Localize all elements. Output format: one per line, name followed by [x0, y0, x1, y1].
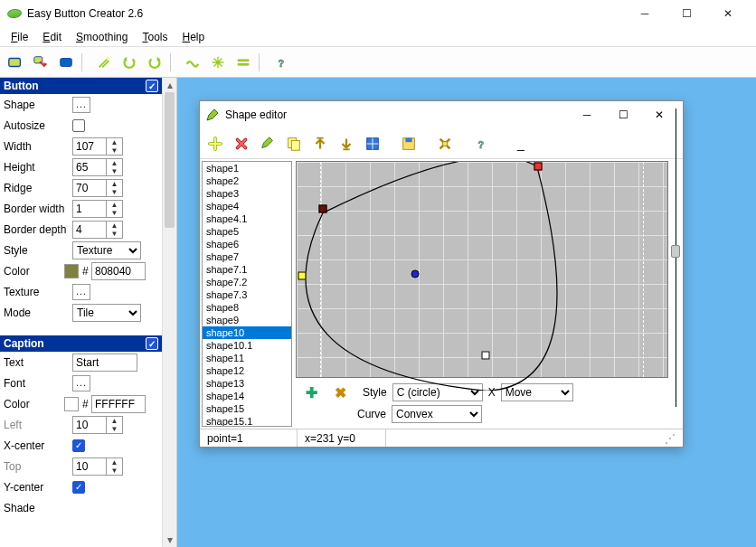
menu-tools[interactable]: Tools: [135, 29, 175, 45]
panel-toggle-icon[interactable]: ✓: [146, 80, 158, 92]
panel-scrollbar[interactable]: ▴ ▾: [162, 78, 176, 547]
panel-header-caption[interactable]: Caption ✓: [0, 335, 162, 352]
borderwidth-spinner[interactable]: ▲▼: [106, 201, 122, 217]
autosize-checkbox[interactable]: [72, 119, 85, 132]
ridge-spinner[interactable]: ▲▼: [106, 180, 122, 196]
wand-icon[interactable]: [92, 51, 116, 74]
color-swatch[interactable]: [64, 264, 79, 278]
shape-list-item[interactable]: shape7.3: [203, 288, 291, 301]
scroll-thumb[interactable]: [165, 92, 175, 228]
menu-file[interactable]: File: [4, 29, 35, 45]
top-input[interactable]: [73, 458, 106, 475]
shape-label: Shape: [4, 99, 72, 111]
caption-text-input[interactable]: [72, 354, 137, 372]
shape-list-item[interactable]: shape10: [203, 326, 291, 339]
shape-list-item[interactable]: shape1: [203, 162, 291, 174]
add-icon[interactable]: [203, 132, 227, 156]
shape-list-item[interactable]: shape11: [203, 352, 291, 364]
width-spinner[interactable]: ▲▼: [106, 138, 122, 155]
help-icon[interactable]: ?: [269, 51, 293, 74]
preview-icon[interactable]: [54, 51, 78, 74]
delete-icon[interactable]: [230, 132, 253, 156]
shape-list-item[interactable]: shape7.1: [203, 263, 291, 276]
shape-list-item[interactable]: shape7: [203, 250, 291, 263]
ycenter-checkbox[interactable]: ✓: [72, 481, 85, 494]
shape-list-item[interactable]: shape6: [203, 238, 291, 250]
color-hex-input[interactable]: [91, 262, 146, 280]
se-maximize-button[interactable]: ☐: [605, 102, 641, 127]
shape-list-item[interactable]: shape2: [203, 174, 291, 187]
up-arrow-icon[interactable]: [308, 132, 332, 156]
shape-list-item[interactable]: shape12: [203, 364, 291, 377]
canvas-scroll-thumb[interactable]: [671, 245, 680, 258]
texture-picker-button[interactable]: ...: [72, 284, 90, 300]
sparkle-icon[interactable]: [206, 51, 230, 74]
mode-select[interactable]: Tile: [72, 304, 141, 322]
undo-icon[interactable]: [118, 51, 141, 74]
ridge-input[interactable]: [73, 180, 106, 196]
point-anchor-1[interactable]: [318, 205, 326, 213]
height-input[interactable]: [73, 159, 106, 175]
shape-list-item[interactable]: shape4.1: [203, 212, 291, 225]
down-arrow-icon[interactable]: [335, 132, 358, 156]
point-center[interactable]: [411, 269, 420, 278]
shape-list-item[interactable]: shape4: [203, 200, 291, 212]
redo-icon[interactable]: [143, 51, 166, 74]
shape-list-item[interactable]: shape15: [203, 402, 291, 415]
canvas-scrollbar[interactable]: [671, 159, 680, 412]
caption-color-swatch[interactable]: [64, 397, 79, 411]
close-button[interactable]: ✕: [707, 0, 749, 27]
shape-list-item[interactable]: shape7.2: [203, 276, 291, 288]
shape-list[interactable]: shape1shape2shape3shape4shape4.1shape5sh…: [202, 161, 292, 427]
panel-toggle-icon[interactable]: ✓: [146, 337, 158, 350]
xcenter-checkbox[interactable]: ✓: [72, 439, 85, 452]
se-min-icon[interactable]: _: [509, 132, 533, 156]
point-handle[interactable]: [482, 352, 490, 360]
shape-list-item[interactable]: shape5: [203, 225, 291, 238]
maximize-button[interactable]: ☐: [666, 0, 707, 27]
height-spinner[interactable]: ▲▼: [106, 159, 122, 175]
tools-icon[interactable]: [433, 132, 457, 156]
curve-type-select[interactable]: Convex: [392, 405, 482, 423]
menu-edit[interactable]: Edit: [35, 29, 69, 45]
copy-icon[interactable]: [282, 132, 306, 156]
left-spinner[interactable]: ▲▼: [106, 417, 122, 433]
edit-icon[interactable]: [256, 132, 279, 156]
shape-list-item[interactable]: shape13: [203, 377, 291, 390]
shape-canvas[interactable]: [296, 161, 668, 378]
shape-picker-button[interactable]: ...: [72, 97, 90, 113]
equals-icon[interactable]: [232, 51, 255, 74]
menu-smoothing[interactable]: Smoothing: [69, 29, 135, 45]
borderwidth-input[interactable]: [73, 201, 106, 217]
wave-icon[interactable]: [181, 51, 204, 74]
scroll-down-icon[interactable]: ▾: [163, 533, 176, 547]
width-input[interactable]: [73, 138, 106, 155]
scroll-up-icon[interactable]: ▴: [163, 78, 176, 92]
panel-header-button[interactable]: Button ✓: [0, 78, 162, 94]
shade-label: Shade: [4, 502, 72, 514]
apply-icon[interactable]: [29, 51, 52, 74]
shape-list-item[interactable]: shape10.1: [203, 339, 291, 352]
left-input[interactable]: [73, 417, 106, 433]
save-icon[interactable]: [397, 132, 421, 156]
measure-icon[interactable]: [361, 132, 384, 156]
menu-help[interactable]: Help: [175, 29, 212, 45]
point-anchor-2[interactable]: [298, 272, 307, 280]
font-picker-button[interactable]: ...: [72, 375, 90, 391]
shape-list-item[interactable]: shape3: [203, 187, 291, 200]
shape-list-item[interactable]: shape8: [203, 301, 291, 314]
shape-list-item[interactable]: shape15.1: [203, 415, 291, 427]
se-minimize-button[interactable]: ─: [569, 102, 605, 127]
style-select[interactable]: Texture: [72, 241, 141, 259]
new-button-icon[interactable]: [4, 51, 27, 74]
top-spinner[interactable]: ▲▼: [106, 458, 122, 475]
caption-color-hex-input[interactable]: [91, 395, 146, 413]
borderdepth-input[interactable]: [73, 222, 106, 238]
shape-list-item[interactable]: shape9: [203, 314, 291, 326]
point-anchor-3[interactable]: [534, 162, 542, 170]
shape-list-item[interactable]: shape14: [203, 390, 291, 402]
shape-editor-titlebar[interactable]: Shape editor ─ ☐ ✕: [200, 101, 683, 128]
se-help-icon[interactable]: ?: [469, 132, 493, 156]
minimize-button[interactable]: ─: [624, 0, 666, 27]
borderdepth-spinner[interactable]: ▲▼: [106, 222, 122, 238]
